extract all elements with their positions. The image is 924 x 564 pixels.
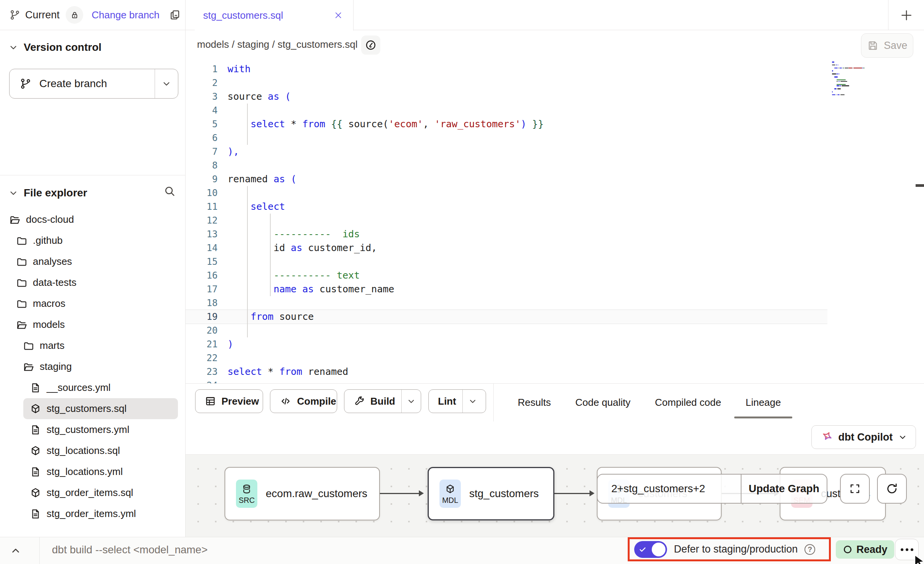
lineage-canvas[interactable]: SRC ecom.raw_customers MDL stg_customers… — [186, 455, 924, 537]
help-icon[interactable]: ? — [804, 544, 815, 555]
file-icon — [30, 508, 41, 520]
tree-item-stg-customers-sql[interactable]: stg_customers.sql — [0, 398, 185, 419]
chevron-down-icon[interactable] — [463, 390, 483, 413]
close-icon[interactable] — [333, 10, 343, 20]
chevron-down-icon[interactable] — [155, 79, 178, 89]
tree-item-stg-order-items-sql[interactable]: stg_order_items.sql — [0, 482, 185, 503]
build-button[interactable]: Build — [344, 389, 421, 413]
code-line-1[interactable]: 1with — [186, 62, 827, 76]
defer-toggle[interactable] — [634, 541, 667, 558]
lineage-node-stg-customers[interactable]: MDL stg_customers — [428, 467, 554, 520]
new-tab-plus-icon[interactable] — [899, 8, 914, 23]
tab-compiled-code[interactable]: Compiled code — [655, 384, 721, 421]
code-line-17[interactable]: 17 name as customer_name — [186, 282, 827, 296]
fullscreen-button[interactable] — [840, 474, 870, 504]
tree-item-label: macros — [33, 298, 65, 310]
tree-item-stg-locations-yml[interactable]: stg_locations.yml — [0, 461, 185, 482]
tree-item-stg-locations-sql[interactable]: stg_locations.sql — [0, 440, 185, 461]
lineage-selector-input[interactable]: 2+stg_customers+2 — [598, 475, 741, 503]
scrollbar-thumb[interactable] — [916, 184, 924, 187]
tab-stg-customers-sql[interactable]: stg_customers.sql — [195, 0, 354, 31]
file-explorer-section: File explorer docs-cloud.githubanalysesd… — [0, 175, 185, 537]
tree-item--sources-yml[interactable]: __sources.yml — [0, 377, 185, 398]
tree-item-analyses[interactable]: analyses — [0, 251, 185, 272]
file-explorer-title: File explorer — [24, 187, 87, 199]
gauge-icon[interactable] — [361, 36, 380, 55]
refresh-button[interactable] — [877, 474, 907, 504]
preview-button[interactable]: Preview — [195, 389, 263, 413]
code-line-16[interactable]: 16 ---------- text — [186, 269, 827, 282]
divider — [888, 0, 888, 30]
lineage-edge — [554, 493, 590, 494]
tree-item-data-tests[interactable]: data-tests — [0, 272, 185, 293]
code-line-23[interactable]: 23select * from renamed — [186, 365, 827, 379]
ready-label: Ready — [856, 544, 887, 556]
code-line-2[interactable]: 2 — [186, 76, 827, 90]
chevron-up-icon[interactable] — [10, 545, 21, 556]
tree-item-models[interactable]: models — [0, 314, 185, 335]
change-branch-link[interactable]: Change branch — [92, 9, 160, 21]
dot-icon — [911, 548, 913, 551]
code-line-12[interactable]: 12 — [186, 214, 827, 227]
defer-annotation-box: Defer to staging/production ? — [628, 537, 831, 561]
sidebar: Current Change branch Version control Cr… — [0, 0, 186, 537]
search-icon[interactable] — [163, 185, 176, 198]
tree-item--github[interactable]: .github — [0, 230, 185, 251]
code-line-11[interactable]: 11 select — [186, 200, 827, 214]
code-line-24[interactable]: 24 — [186, 379, 827, 383]
tab-results[interactable]: Results — [518, 384, 551, 421]
line-number: 22 — [186, 351, 228, 365]
lineage-node-source[interactable]: SRC ecom.raw_customers — [225, 467, 380, 520]
build-label: Build — [370, 395, 395, 407]
code-line-7[interactable]: 7), — [186, 145, 827, 159]
dot-icon — [906, 548, 908, 551]
line-content: id as customer_id, — [228, 241, 377, 255]
code-line-6[interactable]: 6 — [186, 131, 827, 145]
tree-item-docs-cloud[interactable]: docs-cloud — [0, 209, 185, 230]
tab-code-quality[interactable]: Code quality — [575, 384, 631, 421]
version-control-section-header[interactable]: Version control — [0, 38, 185, 57]
code-line-9[interactable]: 9renamed as ( — [186, 172, 827, 186]
divider — [493, 384, 494, 421]
code-line-21[interactable]: 21) — [186, 337, 827, 351]
save-label: Save — [884, 40, 908, 52]
code-line-3[interactable]: 3source as ( — [186, 90, 827, 104]
tree-item-macros[interactable]: macros — [0, 293, 185, 314]
create-branch-button[interactable]: Create branch — [9, 69, 178, 99]
lint-button[interactable]: Lint — [428, 389, 486, 413]
code-line-18[interactable]: 18 — [186, 296, 827, 310]
code-line-4[interactable]: 4 — [186, 104, 827, 117]
dbt-copilot-button[interactable]: dbt Copilot — [811, 425, 916, 449]
folder-open-icon — [9, 214, 21, 225]
code-line-8[interactable]: 8 — [186, 159, 827, 172]
tree-item-staging[interactable]: staging — [0, 356, 185, 377]
line-content: source as ( — [228, 90, 291, 104]
code-line-15[interactable]: 15 — [186, 255, 827, 269]
update-graph-button[interactable]: Update Graph — [741, 475, 827, 503]
command-input[interactable]: dbt build --select <model_name> — [52, 544, 208, 556]
code-line-14[interactable]: 14 id as customer_id, — [186, 241, 827, 255]
tree-item-stg-order-items-yml[interactable]: stg_order_items.yml — [0, 503, 185, 524]
code-line-22[interactable]: 22 — [186, 351, 827, 365]
code-editor[interactable]: 1with23source as (45 select * from {{ so… — [186, 59, 924, 383]
compile-button[interactable]: Compile — [270, 389, 337, 413]
file-explorer-section-header[interactable]: File explorer — [0, 182, 185, 204]
code-line-10[interactable]: 10 — [186, 186, 827, 200]
tree-item-label: data-tests — [33, 277, 76, 288]
tab-lineage[interactable]: Lineage — [746, 384, 781, 421]
folder-icon — [23, 340, 34, 352]
line-number: 17 — [186, 282, 228, 296]
line-number: 24 — [186, 379, 228, 383]
save-button[interactable]: Save — [861, 33, 913, 58]
code-line-19[interactable]: 19 from source — [186, 310, 827, 324]
tree-item-marts[interactable]: marts — [0, 335, 185, 356]
code-line-20[interactable]: 20 — [186, 324, 827, 337]
code-line-13[interactable]: 13 ---------- ids — [186, 227, 827, 241]
code-line-5[interactable]: 5 select * from {{ source('ecom', 'raw_c… — [186, 117, 827, 131]
copy-icon[interactable] — [169, 9, 181, 21]
tree-item-stg-customers-yml[interactable]: stg_customers.yml — [0, 419, 185, 440]
tree-item-label: .github — [33, 235, 63, 246]
minimap[interactable] — [831, 62, 878, 99]
cube-icon — [30, 445, 41, 457]
chevron-down-icon[interactable] — [402, 390, 421, 413]
